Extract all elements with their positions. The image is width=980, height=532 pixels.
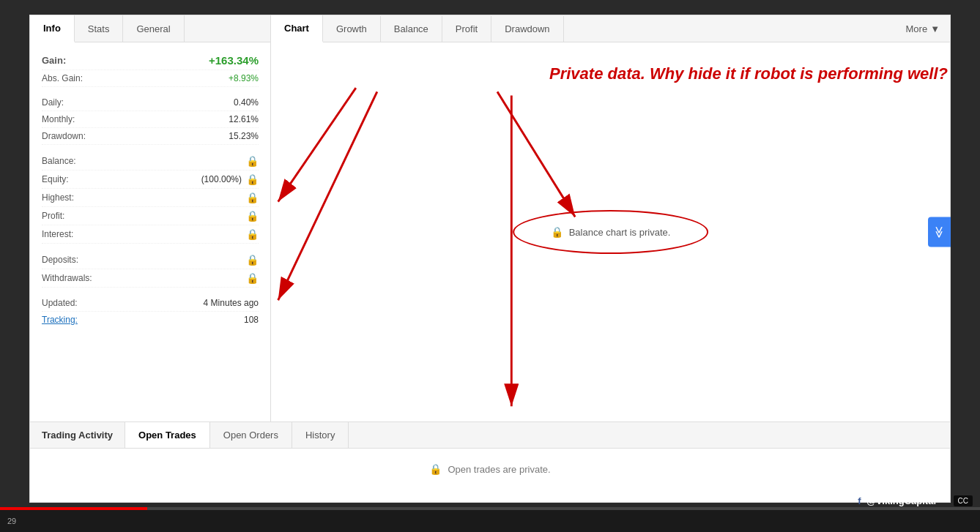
drawdown-value: 15.23% (229, 131, 259, 141)
balance-row: Balance: 🔒 (42, 152, 259, 171)
tab-history[interactable]: History (292, 422, 349, 448)
tab-open-orders[interactable]: Open Orders (210, 422, 292, 448)
deposits-row: Deposits: 🔒 (42, 251, 259, 269)
updated-value: 4 Minutes ago (204, 298, 259, 308)
tab-balance[interactable]: Balance (381, 16, 442, 42)
withdrawals-row: Withdrawals: 🔒 (42, 269, 259, 288)
profit-row: Profit: 🔒 (42, 207, 259, 225)
abs-gain-value: +8.93% (229, 73, 259, 83)
equity-row: Equity: (100.00%) 🔒 (42, 171, 259, 189)
interest-label: Interest: (42, 229, 73, 239)
daily-row: Daily: 0.40% (42, 94, 259, 111)
expand-button[interactable]: ≫ (928, 217, 951, 247)
deposits-lock-icon: 🔒 (246, 254, 259, 266)
tracking-row: Tracking: 108 (42, 312, 259, 328)
private-oval: 🔒 Balance chart is private. (513, 210, 709, 254)
balance-lock-icon: 🔒 (246, 155, 259, 167)
more-button[interactable]: More ▼ (896, 16, 951, 42)
tab-profit[interactable]: Profit (442, 16, 491, 42)
balance-label: Balance: (42, 156, 76, 166)
tracking-value: 108 (244, 315, 259, 325)
abs-gain-row: Abs. Gain: +8.93% (42, 70, 259, 87)
abs-gain-label: Abs. Gain: (42, 73, 83, 83)
tracking-label[interactable]: Tracking: (42, 315, 78, 325)
profit-lock-icon: 🔒 (246, 210, 259, 222)
chart-panel: Chart Growth Balance Profit Drawdown Mor… (271, 15, 951, 422)
svg-line-1 (278, 88, 356, 201)
highest-label: Highest: (42, 192, 74, 203)
highest-row: Highest: 🔒 (42, 189, 259, 207)
tab-chart[interactable]: Chart (271, 15, 323, 42)
info-panel: Info Stats General Gain: +163.34% Abs. G… (29, 15, 271, 422)
daily-value: 0.40% (234, 97, 259, 108)
trading-activity-section: Trading Activity Open Trades Open Orders… (29, 422, 951, 503)
drawdown-row: Drawdown: 15.23% (42, 128, 259, 145)
interest-row: Interest: 🔒 (42, 225, 259, 244)
tab-growth[interactable]: Growth (323, 16, 381, 42)
tab-general[interactable]: General (123, 15, 184, 42)
monthly-value: 12.61% (229, 114, 259, 124)
gain-label: Gain: (42, 55, 66, 66)
private-balance-text: Balance chart is private. (569, 227, 671, 238)
gain-row: Gain: +163.34% (42, 51, 259, 70)
tab-info[interactable]: Info (30, 15, 75, 42)
profit-label: Profit: (42, 211, 64, 221)
time-display: 29 (7, 517, 16, 525)
daily-label: Daily: (42, 97, 64, 108)
updated-row: Updated: 4 Minutes ago (42, 295, 259, 312)
cc-badge: CC (954, 495, 973, 506)
watermark: f @VikingCapital (858, 495, 936, 506)
activity-body: 🔒 Open trades are private. (30, 449, 950, 490)
equity-lock-icon: 🔒 (246, 173, 259, 185)
svg-line-2 (278, 91, 377, 300)
open-trades-private-text: Open trades are private. (448, 464, 550, 475)
info-tab-bar: Info Stats General (30, 15, 270, 42)
chart-tab-bar: Chart Growth Balance Profit Drawdown Mor… (271, 15, 950, 42)
interest-lock-icon: 🔒 (246, 228, 259, 240)
updated-label: Updated: (42, 298, 78, 308)
tab-drawdown[interactable]: Drawdown (491, 16, 563, 42)
chart-body: Private data. Why hide it if robot is pe… (271, 42, 950, 422)
facebook-icon: f (858, 495, 861, 506)
private-message: 🔒 Balance chart is private. (513, 210, 709, 254)
deposits-label: Deposits: (42, 255, 78, 265)
drawdown-label: Drawdown: (42, 131, 86, 141)
bottom-bar: 29 (0, 510, 980, 532)
annotation-title: Private data. Why hide it if robot is pe… (549, 64, 948, 83)
withdrawals-label: Withdrawals: (42, 273, 92, 283)
activity-lock-icon: 🔒 (429, 463, 442, 475)
gain-value: +163.34% (209, 54, 259, 67)
trading-activity-title: Trading Activity (30, 422, 125, 448)
private-lock-icon: 🔒 (551, 226, 563, 238)
tab-stats[interactable]: Stats (75, 15, 124, 42)
watermark-text: @VikingCapital (866, 495, 936, 506)
activity-tab-bar: Trading Activity Open Trades Open Orders… (30, 422, 950, 449)
withdrawals-lock-icon: 🔒 (246, 272, 259, 284)
monthly-label: Monthly: (42, 114, 75, 124)
highest-lock-icon: 🔒 (246, 192, 259, 203)
equity-label: Equity: (42, 174, 69, 184)
tab-open-trades[interactable]: Open Trades (125, 422, 210, 448)
svg-line-3 (497, 91, 575, 217)
more-label: More (906, 23, 928, 34)
info-body: Gain: +163.34% Abs. Gain: +8.93% Daily: … (30, 42, 270, 337)
equity-value: (100.00%) (201, 174, 242, 184)
chevron-down-icon: ▼ (930, 23, 940, 34)
monthly-row: Monthly: 12.61% (42, 111, 259, 128)
